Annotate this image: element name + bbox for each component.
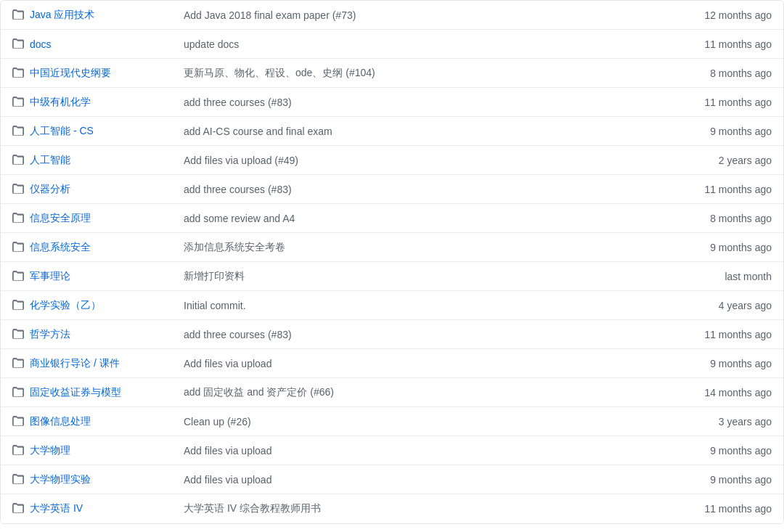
file-name-link[interactable]: Java 应用技术 bbox=[30, 9, 94, 22]
commit-message: add AI-CS course and final exam bbox=[172, 126, 670, 137]
file-name-link[interactable]: 中国近现代史纲要 bbox=[30, 67, 111, 80]
table-row: 人工智能Add files via upload (#49)2 years ag… bbox=[1, 146, 783, 175]
commit-time: 9 months ago bbox=[670, 242, 772, 253]
file-name-link[interactable]: 图像信息处理 bbox=[30, 415, 91, 428]
commit-time: 2 years ago bbox=[670, 155, 772, 166]
file-name-link[interactable]: 中级有机化学 bbox=[30, 96, 91, 109]
file-name-cell: 中级有机化学 bbox=[12, 96, 172, 109]
file-name-cell: 大学物理 bbox=[12, 444, 172, 457]
table-row: 大学物理实验Add files via upload9 months ago bbox=[1, 465, 783, 494]
folder-icon bbox=[12, 213, 24, 224]
table-row: 固定收益证券与模型add 固定收益 and 资产定价 (#66)14 month… bbox=[1, 378, 783, 407]
commit-time: 9 months ago bbox=[670, 474, 772, 486]
file-name-link[interactable]: 哲学方法 bbox=[30, 328, 70, 341]
file-name-link[interactable]: 人工智能 - CS bbox=[30, 125, 94, 138]
file-name-link[interactable]: 大学英语 IV bbox=[30, 502, 83, 515]
folder-icon bbox=[12, 184, 24, 195]
commit-message: Add files via upload bbox=[172, 445, 670, 457]
folder-icon bbox=[12, 242, 24, 253]
commit-time: 9 months ago bbox=[670, 445, 772, 457]
commit-message: add three courses (#83) bbox=[172, 329, 670, 340]
file-name-cell: 信息安全原理 bbox=[12, 212, 172, 225]
file-name-cell: 军事理论 bbox=[12, 270, 172, 283]
folder-icon bbox=[12, 503, 24, 515]
commit-time: 11 months ago bbox=[670, 503, 772, 515]
commit-time: 9 months ago bbox=[670, 126, 772, 137]
table-row: 信息系统安全添加信息系统安全考卷9 months ago bbox=[1, 233, 783, 262]
file-name-link[interactable]: docs bbox=[30, 38, 52, 50]
file-name-link[interactable]: 仪器分析 bbox=[30, 183, 70, 196]
folder-icon bbox=[12, 67, 24, 79]
commit-time: 9 months ago bbox=[670, 358, 772, 369]
folder-icon bbox=[12, 97, 24, 108]
commit-message: Add files via upload bbox=[172, 358, 670, 369]
folder-icon bbox=[12, 126, 24, 137]
file-name-cell: 大学英语 IV bbox=[12, 502, 172, 515]
commit-message: 更新马原、物化、程设、ode、史纲 (#104) bbox=[172, 67, 670, 80]
commit-time: 11 months ago bbox=[670, 97, 772, 108]
commit-time: 11 months ago bbox=[670, 329, 772, 340]
folder-icon bbox=[12, 38, 24, 50]
file-name-link[interactable]: 化学实验（乙） bbox=[30, 299, 101, 312]
commit-message: update docs bbox=[172, 38, 670, 50]
table-row: 图像信息处理Clean up (#26)3 years ago bbox=[1, 407, 783, 436]
file-name-cell: 大学物理实验 bbox=[12, 473, 172, 486]
commit-message: add three courses (#83) bbox=[172, 97, 670, 108]
table-row: 仪器分析add three courses (#83)11 months ago bbox=[1, 175, 783, 204]
commit-message: add three courses (#83) bbox=[172, 184, 670, 195]
folder-icon bbox=[12, 474, 24, 486]
commit-time: 11 months ago bbox=[670, 38, 772, 50]
file-name-cell: 图像信息处理 bbox=[12, 415, 172, 428]
commit-message: Initial commit. bbox=[172, 300, 670, 311]
table-row: 商业银行导论 / 课件Add files via upload9 months … bbox=[1, 349, 783, 378]
file-name-link[interactable]: 信息安全原理 bbox=[30, 212, 91, 225]
file-list: Java 应用技术Add Java 2018 final exam paper … bbox=[0, 0, 784, 524]
file-name-link[interactable]: 人工智能 bbox=[30, 154, 70, 167]
file-name-link[interactable]: 大学物理 bbox=[30, 444, 70, 457]
table-row: 化学实验（乙）Initial commit.4 years ago bbox=[1, 291, 783, 320]
file-name-cell: Java 应用技术 bbox=[12, 9, 172, 22]
commit-time: 12 months ago bbox=[670, 9, 772, 21]
commit-time: 8 months ago bbox=[670, 213, 772, 224]
file-name-link[interactable]: 军事理论 bbox=[30, 270, 70, 283]
file-name-cell: docs bbox=[12, 38, 172, 50]
file-name-cell: 化学实验（乙） bbox=[12, 299, 172, 312]
commit-message: 添加信息系统安全考卷 bbox=[172, 241, 670, 254]
commit-message: add some review and A4 bbox=[172, 213, 670, 224]
file-name-cell: 人工智能 - CS bbox=[12, 125, 172, 138]
folder-icon bbox=[12, 387, 24, 398]
commit-message: add 固定收益 and 资产定价 (#66) bbox=[172, 386, 670, 399]
commit-message: Add files via upload (#49) bbox=[172, 155, 670, 166]
table-row: 哲学方法add three courses (#83)11 months ago bbox=[1, 320, 783, 349]
table-row: 军事理论新增打印资料last month bbox=[1, 262, 783, 291]
folder-icon bbox=[12, 445, 24, 457]
commit-time: 3 years ago bbox=[670, 416, 772, 427]
commit-time: 11 months ago bbox=[670, 184, 772, 195]
folder-icon bbox=[12, 155, 24, 166]
folder-icon bbox=[12, 358, 24, 369]
file-name-link[interactable]: 大学物理实验 bbox=[30, 473, 91, 486]
file-name-link[interactable]: 固定收益证券与模型 bbox=[30, 386, 121, 399]
file-name-link[interactable]: 商业银行导论 / 课件 bbox=[30, 357, 120, 370]
commit-message: 大学英语 IV 综合教程教师用书 bbox=[172, 502, 670, 515]
file-name-link[interactable]: 信息系统安全 bbox=[30, 241, 91, 254]
table-row: Java 应用技术Add Java 2018 final exam paper … bbox=[1, 1, 783, 30]
folder-icon bbox=[12, 9, 24, 21]
commit-message: Add Java 2018 final exam paper (#73) bbox=[172, 9, 670, 21]
folder-icon bbox=[12, 271, 24, 282]
file-name-cell: 信息系统安全 bbox=[12, 241, 172, 254]
file-name-cell: 仪器分析 bbox=[12, 183, 172, 196]
table-row: 大学物理Add files via upload9 months ago bbox=[1, 436, 783, 465]
table-row: 人工智能 - CSadd AI-CS course and final exam… bbox=[1, 117, 783, 146]
folder-icon bbox=[12, 300, 24, 311]
commit-message: Add files via upload bbox=[172, 474, 670, 486]
folder-icon bbox=[12, 416, 24, 427]
commit-time: 4 years ago bbox=[670, 300, 772, 311]
table-row: 大学英语 IV大学英语 IV 综合教程教师用书11 months ago bbox=[1, 494, 783, 523]
table-row: 中国近现代史纲要更新马原、物化、程设、ode、史纲 (#104)8 months… bbox=[1, 59, 783, 88]
file-name-cell: 中国近现代史纲要 bbox=[12, 67, 172, 80]
file-name-cell: 哲学方法 bbox=[12, 328, 172, 341]
table-row: 信息安全原理add some review and A48 months ago bbox=[1, 204, 783, 233]
folder-icon bbox=[12, 329, 24, 340]
commit-message: 新增打印资料 bbox=[172, 270, 670, 283]
